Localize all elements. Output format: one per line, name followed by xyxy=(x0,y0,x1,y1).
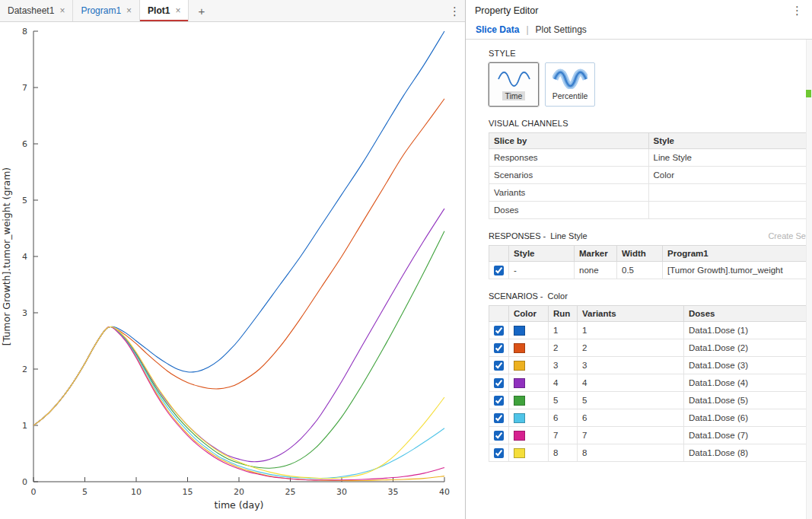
scenario-checkbox[interactable] xyxy=(494,326,504,336)
create-set-link[interactable]: Create Set xyxy=(768,231,808,240)
color-swatch[interactable] xyxy=(514,343,525,353)
visual-channel-row[interactable]: Variants xyxy=(489,184,808,202)
scenario-color-cell[interactable] xyxy=(509,409,549,427)
slice-by-cell[interactable]: Doses xyxy=(489,202,649,219)
color-swatch[interactable] xyxy=(514,448,525,458)
series-run-2[interactable] xyxy=(33,99,444,425)
scenario-run-cell[interactable]: 3 xyxy=(549,357,578,374)
scenario-color-cell[interactable] xyxy=(509,444,549,462)
tab-program1[interactable]: Program1 × xyxy=(73,0,140,21)
scenario-run-cell[interactable]: 7 xyxy=(549,427,578,444)
col-response-program: Program1 xyxy=(663,246,808,262)
tab-bar-menu-icon[interactable]: ⋮ xyxy=(449,0,460,22)
response-checkbox[interactable] xyxy=(494,266,504,275)
scenario-color-cell[interactable] xyxy=(509,357,549,374)
response-width-cell[interactable]: 0.5 xyxy=(617,262,663,279)
tab-program1-close-icon[interactable]: × xyxy=(126,6,132,15)
scenario-variant-cell[interactable]: 2 xyxy=(578,339,684,357)
series-run-5[interactable] xyxy=(33,231,444,469)
visual-channel-row[interactable]: ResponsesLine Style xyxy=(489,149,808,167)
scenario-checkbox[interactable] xyxy=(494,378,504,388)
col-response-marker: Marker xyxy=(575,246,617,262)
tab-plot1[interactable]: Plot1 × xyxy=(140,0,189,21)
scenario-run-cell[interactable]: 2 xyxy=(549,339,578,357)
scenario-dose-cell[interactable]: Data1.Dose (1) xyxy=(684,322,808,339)
response-row[interactable]: -none0.5[Tumor Growth].tumor_weight xyxy=(489,262,808,279)
scenario-dose-cell[interactable]: Data1.Dose (7) xyxy=(684,427,808,444)
visual-channel-row[interactable]: ScenariosColor xyxy=(489,167,808,184)
visual-channels-header-row: Slice by Style xyxy=(489,133,808,149)
scenario-row[interactable]: 88Data1.Dose (8) xyxy=(489,444,808,462)
scenario-run-cell[interactable]: 5 xyxy=(549,392,578,409)
scenario-variant-cell[interactable]: 4 xyxy=(578,374,684,392)
scenario-checkbox[interactable] xyxy=(494,431,504,441)
scenario-checkbox[interactable] xyxy=(494,396,504,406)
scenario-row[interactable]: 66Data1.Dose (6) xyxy=(489,409,808,427)
style-cell[interactable] xyxy=(648,184,808,202)
scenario-run-cell[interactable]: 1 xyxy=(549,322,578,339)
scenario-dose-cell[interactable]: Data1.Dose (4) xyxy=(684,374,808,392)
y-axis-label: [Tumor Growth].tumor_weight (gram) xyxy=(1,167,12,345)
scenario-variant-cell[interactable]: 3 xyxy=(578,357,684,374)
tab-slice-data[interactable]: Slice Data xyxy=(476,24,519,35)
response-marker-cell[interactable]: none xyxy=(575,262,617,279)
scenario-row[interactable]: 11Data1.Dose (1) xyxy=(489,322,808,339)
scenario-dose-cell[interactable]: Data1.Dose (5) xyxy=(684,392,808,409)
x-tick-label: 0 xyxy=(31,487,37,497)
tab-plot-settings[interactable]: Plot Settings xyxy=(536,24,587,35)
color-swatch[interactable] xyxy=(514,431,525,441)
scenario-dose-cell[interactable]: Data1.Dose (3) xyxy=(684,357,808,374)
scenario-color-cell[interactable] xyxy=(509,392,549,409)
response-style-cell[interactable]: - xyxy=(509,262,575,279)
style-percentile-button[interactable]: Percentile xyxy=(545,62,595,107)
tab-datasheet1-close-icon[interactable]: × xyxy=(59,6,65,15)
scenario-run-cell[interactable]: 8 xyxy=(549,444,578,462)
scenario-variant-cell[interactable]: 5 xyxy=(578,392,684,409)
scenario-variant-cell[interactable]: 7 xyxy=(578,427,684,444)
scenarios-table: Color Run Variants Doses 11Data1.Dose (1… xyxy=(489,305,808,462)
new-tab-button[interactable]: + xyxy=(189,0,214,21)
scenario-row[interactable]: 44Data1.Dose (4) xyxy=(489,374,808,392)
color-swatch[interactable] xyxy=(514,378,525,388)
scenario-color-cell[interactable] xyxy=(509,427,549,444)
scenario-variant-cell[interactable]: 6 xyxy=(578,409,684,427)
slice-by-cell[interactable]: Variants xyxy=(489,184,649,202)
scenario-color-cell[interactable] xyxy=(509,322,549,339)
scenario-run-cell[interactable]: 4 xyxy=(549,374,578,392)
style-cell[interactable]: Line Style xyxy=(648,149,808,167)
scenario-color-cell[interactable] xyxy=(509,339,549,357)
color-swatch[interactable] xyxy=(514,396,525,406)
slice-by-cell[interactable]: Responses xyxy=(489,149,649,167)
tab-plot1-close-icon[interactable]: × xyxy=(175,6,180,15)
scenario-variant-cell[interactable]: 1 xyxy=(578,322,684,339)
scenario-dose-cell[interactable]: Data1.Dose (2) xyxy=(684,339,808,357)
property-editor-menu-icon[interactable]: ⋮ xyxy=(791,4,803,18)
scenario-dose-cell[interactable]: Data1.Dose (8) xyxy=(684,444,808,462)
scenario-variant-cell[interactable]: 8 xyxy=(578,444,684,462)
slice-by-cell[interactable]: Scenarios xyxy=(489,167,649,184)
scenario-checkbox[interactable] xyxy=(494,413,504,423)
style-cell[interactable] xyxy=(648,202,808,219)
color-swatch[interactable] xyxy=(514,326,525,336)
series-run-1[interactable] xyxy=(33,31,444,425)
scenario-checkbox[interactable] xyxy=(494,448,504,458)
color-swatch[interactable] xyxy=(514,361,525,371)
scenario-row[interactable]: 77Data1.Dose (7) xyxy=(489,427,808,444)
scenario-color-cell[interactable] xyxy=(509,374,549,392)
scenario-run-cell[interactable]: 6 xyxy=(549,409,578,427)
scenario-row[interactable]: 55Data1.Dose (5) xyxy=(489,392,808,409)
property-editor-scrollbar[interactable] xyxy=(806,40,812,519)
response-program-cell[interactable]: [Tumor Growth].tumor_weight xyxy=(663,262,808,279)
style-cell[interactable]: Color xyxy=(648,167,808,184)
visual-channel-row[interactable]: Doses xyxy=(489,202,808,219)
scenario-row[interactable]: 33Data1.Dose (3) xyxy=(489,357,808,374)
scenario-dose-cell[interactable]: Data1.Dose (6) xyxy=(684,409,808,427)
scenario-checkbox[interactable] xyxy=(494,343,504,353)
series-run-4[interactable] xyxy=(33,209,444,462)
scenario-checkbox[interactable] xyxy=(494,361,504,371)
style-time-button[interactable]: Time xyxy=(489,62,539,107)
visual-channels-label: VISUAL CHANNELS xyxy=(489,119,804,128)
scenario-row[interactable]: 22Data1.Dose (2) xyxy=(489,339,808,357)
tab-datasheet1[interactable]: Datasheet1 × xyxy=(0,0,73,21)
color-swatch[interactable] xyxy=(514,413,525,423)
